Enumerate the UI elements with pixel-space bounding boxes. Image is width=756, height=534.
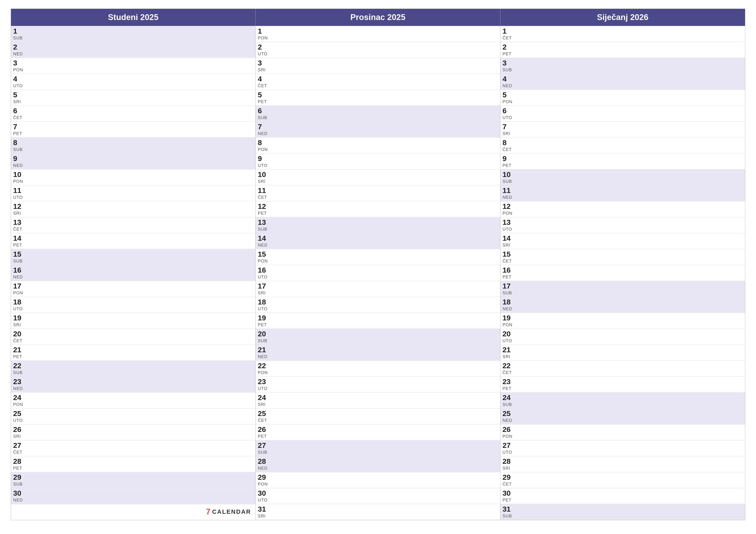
day-name: SUB [13, 370, 26, 375]
month-header-prosinac-2025: Prosinac 2025 [256, 9, 500, 26]
day-row: 16NED [11, 265, 256, 281]
day-info: 9PET [502, 155, 516, 168]
day-name: SRI [13, 322, 26, 327]
day-name: UTO [258, 274, 271, 279]
day-name: NED [13, 497, 26, 502]
day-name: UTO [258, 163, 271, 168]
day-name: UTO [258, 306, 271, 311]
day-info: 7NED [258, 123, 271, 136]
day-name: PON [502, 99, 516, 104]
day-number: 6 [502, 107, 516, 114]
day-number: 11 [13, 187, 26, 194]
day-info: 11ČET [258, 187, 271, 200]
day-info: 23NED [13, 378, 26, 391]
day-name: NED [13, 51, 26, 56]
day-info: 5PON [502, 91, 516, 104]
day-name: UTO [13, 83, 26, 88]
day-row: 28SRI [500, 456, 745, 472]
day-info: 24SUB [502, 394, 516, 407]
day-number: 30 [258, 490, 271, 497]
day-row: 30NED [11, 488, 256, 504]
day-row: 24SUB [500, 393, 745, 408]
day-info: 3SRI [258, 59, 271, 72]
day-row: 15PON [256, 249, 500, 265]
day-name: ČET [13, 227, 26, 232]
day-info: 20UTO [502, 330, 516, 343]
day-number: 31 [502, 505, 516, 513]
day-number: 20 [502, 330, 516, 338]
day-row: 27UTO [500, 440, 745, 456]
day-info: 14NED [258, 235, 271, 248]
day-info: 13UTO [502, 218, 516, 232]
day-name: SUB [258, 227, 271, 232]
day-number: 27 [13, 442, 26, 449]
day-row: 19SRI [11, 313, 256, 329]
day-row: 14SRI [500, 233, 745, 249]
day-info: 16PET [502, 267, 516, 279]
day-name: NED [502, 418, 516, 423]
day-name: PET [258, 434, 271, 439]
day-row: 22SUB [11, 361, 256, 377]
day-info: 20ČET [13, 330, 26, 343]
day-row: 20SUB [256, 329, 500, 345]
day-row: 1PON [256, 26, 500, 42]
day-number: 5 [258, 91, 271, 98]
day-row: 13ČET [11, 217, 256, 233]
day-info: 21SRI [502, 346, 516, 359]
day-number: 26 [258, 426, 271, 433]
day-row: 23UTO [256, 377, 500, 393]
day-number: 17 [502, 282, 516, 290]
day-info: 30NED [13, 490, 26, 502]
day-name: PET [13, 243, 26, 248]
day-info: 19PET [258, 314, 271, 327]
day-info: 19SRI [13, 314, 26, 327]
day-name: ČET [502, 482, 516, 487]
day-row: 31SRI [256, 504, 500, 520]
day-name: ČET [502, 259, 516, 264]
day-name: PON [502, 434, 516, 439]
day-row: 10SUB [500, 169, 745, 185]
day-info: 11UTO [13, 187, 26, 200]
day-name: PET [502, 51, 516, 56]
day-info: 2NED [13, 43, 26, 56]
day-number: 7 [13, 123, 26, 130]
day-info: 28SRI [502, 458, 516, 471]
day-row: 30PET [500, 488, 745, 504]
day-row: 8ČET [500, 138, 745, 154]
day-number: 18 [258, 298, 271, 306]
day-info: 28NED [258, 458, 271, 471]
day-number: 5 [13, 91, 26, 98]
day-row: 2UTO [256, 42, 500, 58]
day-info: 8PON [258, 139, 271, 152]
month-header-sijecanj-2026: Siječanj 2026 [500, 9, 745, 26]
day-row: 25ČET [256, 408, 500, 424]
day-name: PON [502, 322, 516, 327]
day-name: NED [13, 386, 26, 391]
day-name: SUB [502, 67, 516, 72]
day-name: SUB [13, 259, 26, 264]
day-name: ČET [258, 418, 271, 423]
day-info: 4ČET [258, 75, 271, 88]
day-name: PET [13, 466, 26, 471]
day-info: 16NED [13, 267, 26, 279]
day-name: ČET [502, 370, 516, 375]
day-row: 28PET [11, 456, 256, 472]
day-row: 12PET [256, 201, 500, 217]
day-number: 18 [13, 298, 26, 306]
day-row: 11UTO [11, 185, 256, 201]
day-info: 14PET [13, 235, 26, 248]
day-info: 10PON [13, 171, 26, 184]
day-info: 25UTO [13, 410, 26, 423]
day-number: 3 [502, 59, 516, 66]
day-info: 15ČET [502, 250, 516, 264]
day-number: 16 [13, 267, 26, 274]
day-name: PET [258, 99, 271, 104]
day-name: NED [258, 466, 271, 471]
day-number: 13 [258, 218, 271, 226]
day-number: 22 [258, 362, 271, 369]
day-info: 6SUB [258, 107, 271, 120]
day-info: 10SUB [502, 171, 516, 184]
day-info: 23UTO [258, 378, 271, 391]
day-name: SUB [502, 514, 516, 519]
day-info: 11NED [502, 187, 516, 200]
